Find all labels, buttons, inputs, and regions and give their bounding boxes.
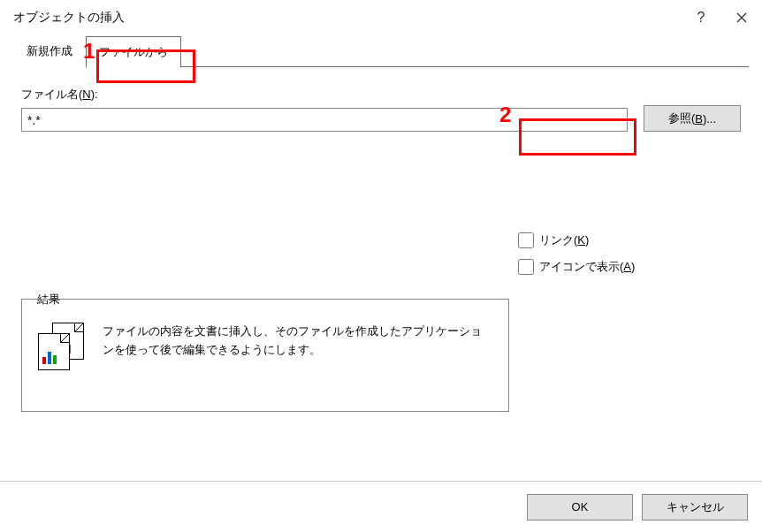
insert-object-dialog: オブジェクトの挿入 ? 新規作成 ファイルから ファイル名(N): 参照(B).… [0,0,762,532]
titlebar: オブジェクトの挿入 ? [0,0,762,35]
close-icon [736,12,747,23]
result-groupbox: ファイルの内容を文書に挿入し、そのファイルを作成したアプリケーションを使って後で… [21,299,509,412]
filename-label: ファイル名(N): [21,87,628,103]
icon-display-checkbox-row[interactable]: アイコンで表示(A) [518,259,635,275]
embedded-object-icon [38,323,87,371]
link-checkbox-row[interactable]: リンク(K) [518,232,635,248]
tab-strip: 新規作成 ファイルから [13,35,749,67]
icon-display-checkbox[interactable] [518,259,534,275]
link-label: リンク(K) [539,232,589,248]
tab-from-file[interactable]: ファイルから [86,36,181,68]
browse-button[interactable]: 参照(B)... [644,105,741,132]
close-button[interactable] [721,0,762,35]
filename-input[interactable] [21,108,628,132]
dialog-title: オブジェクトの挿入 [13,10,681,26]
dialog-button-bar: OK キャンセル [0,481,762,532]
tab-create-new[interactable]: 新規作成 [13,35,86,67]
help-button[interactable]: ? [681,0,721,35]
link-checkbox[interactable] [518,232,534,248]
cancel-button[interactable]: キャンセル [642,494,748,521]
result-description: ファイルの内容を文書に挿入し、そのファイルを作成したアプリケーションを使って後で… [103,323,492,360]
ok-button[interactable]: OK [527,494,633,521]
icon-display-label: アイコンで表示(A) [539,259,635,275]
